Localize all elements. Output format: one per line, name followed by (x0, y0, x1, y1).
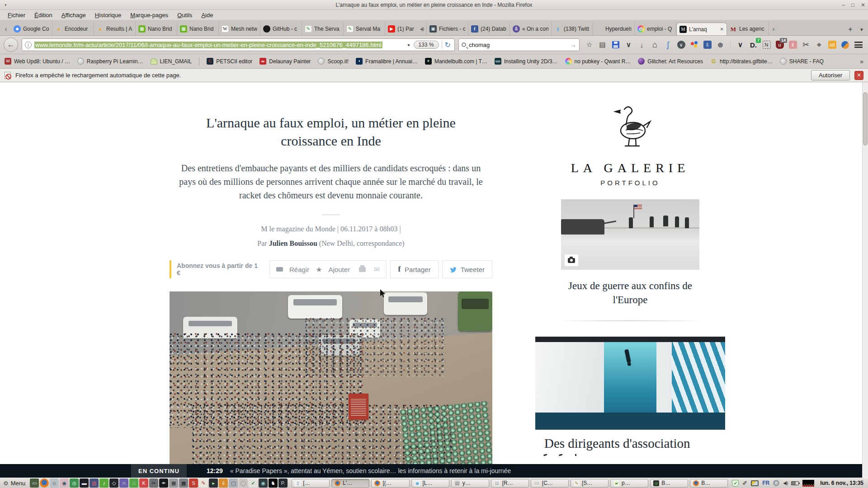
reading-list-icon[interactable]: ▤ (596, 39, 609, 51)
chat-bubble-icon[interactable]: ☻ (714, 39, 726, 51)
react-button[interactable]: Réagir (289, 266, 309, 273)
tab-emploiq[interactable]: Qemploi - Q (635, 23, 676, 35)
list-tabs-button[interactable]: ▾ (856, 23, 867, 35)
tab-nanobrid[interactable]: ▦Nano Brid (136, 23, 177, 35)
panel-chevron-icon[interactable]: ∨ (623, 39, 635, 51)
menu-aide[interactable]: Aide (197, 11, 217, 19)
gallery-photo-war-games[interactable] (561, 199, 699, 270)
voice-launcher[interactable]: ☺ (50, 479, 59, 488)
taskbar-window-button[interactable]: B… (690, 479, 728, 488)
downloads-icon[interactable]: ↓ (636, 39, 648, 51)
bookmark-raspberrypilea[interactable]: Raspberry Pi Learnin… (77, 58, 143, 65)
minimize-button[interactable]: – (842, 0, 845, 10)
tab-close-icon[interactable]: ✕ (720, 27, 724, 32)
save-page-icon[interactable] (609, 39, 622, 51)
clock[interactable]: lun. 6 nov., 13:35 (817, 480, 866, 486)
applications-menu-button[interactable]: ⚙ Menu (2, 480, 28, 487)
volume-icon[interactable]: ◀)) (783, 481, 788, 485)
bookmark-installingunit[interactable]: IGDInstalling Unity 2D/3… (495, 58, 558, 65)
palette-dots-icon[interactable] (688, 39, 700, 51)
bookmark-delaunaypainte[interactable]: MrDelaunay Painter (259, 58, 311, 65)
search-go-icon[interactable]: → (570, 41, 576, 48)
horse-launcher[interactable]: ♞ (269, 479, 278, 488)
bookmark-mandelbulbcomt[interactable]: ✶Mandelbulb.com | T… (425, 58, 487, 65)
darkeye-launcher[interactable]: ◉ (259, 479, 268, 488)
bookmark-httpbitratesgi[interactable]: Ghttp://bitrates.gifbite… (710, 58, 773, 65)
bookmark-scoopit[interactable]: Scoop.it! (318, 58, 349, 65)
bluetooth-icon[interactable]: B (773, 480, 779, 486)
headphones-launcher[interactable]: ∩ (119, 479, 128, 488)
bookmark-liengmail[interactable]: LIEN_GMAIL (151, 58, 192, 65)
overflow-chevron-icon[interactable]: ∨ (734, 39, 746, 51)
p-launcher[interactable]: P. (278, 479, 288, 488)
site-info-icon[interactable]: i (25, 42, 32, 48)
bookmarks-overflow-icon[interactable]: » (860, 58, 863, 65)
sphere-launcher[interactable]: ◯ (239, 479, 248, 488)
video-download-helper-icon[interactable]: ⇩ (701, 39, 713, 51)
tab-lesagenc[interactable]: MLes agenc (727, 23, 769, 35)
bookmark-star-icon[interactable]: ☆ (583, 39, 595, 51)
scroll-tabs-left-button[interactable]: ‹ (1, 23, 11, 35)
tab-24datab[interactable]: f(24) Datab (468, 23, 510, 35)
screen-launcher[interactable]: ▢ (229, 479, 238, 488)
unity-launcher[interactable]: ◇ (109, 479, 118, 488)
subscribe-button[interactable]: Abonnez vous à partir de 1 € (170, 260, 262, 278)
taskbar-window-button[interactable]: ▣B… (650, 479, 688, 488)
keypad-launcher[interactable]: ▦ (169, 479, 178, 488)
filmstrip-launcher[interactable]: ▥ (90, 479, 99, 488)
bookmark-framalibreannu[interactable]: ◖Framalibre | Annuai… (356, 58, 418, 65)
back-button[interactable]: ← (4, 38, 18, 52)
taskbar-window-button[interactable]: ▤y… (451, 479, 489, 488)
system-monitor-graph[interactable] (802, 480, 814, 487)
menu-outils[interactable]: Outils (173, 11, 196, 19)
menu-historique[interactable]: Historique (91, 11, 126, 19)
battery-icon[interactable] (791, 481, 799, 485)
menu-dition[interactable]: Édition (30, 11, 57, 19)
tab-larnaq[interactable]: ML'arnaq✕ (676, 23, 727, 35)
downthemall-icon[interactable]: D.7 (747, 39, 760, 51)
reload-button[interactable]: ↻ (445, 41, 453, 49)
tweet-button[interactable]: Tweeter (442, 260, 492, 278)
scissors-icon[interactable]: ✂ (800, 39, 812, 51)
keyboard-layout-indicator[interactable]: FR (762, 480, 769, 486)
proxy-seahorse-icon[interactable]: ʃ (662, 39, 674, 51)
taskbar-window-button[interactable]: ▰p… (610, 479, 648, 488)
ink-launcher[interactable]: ✒ (159, 479, 168, 488)
close-notification-icon[interactable]: ✕ (854, 71, 863, 80)
maximize-button[interactable]: □ (851, 0, 854, 10)
allow-button[interactable]: Autoriser (811, 70, 850, 80)
bookmark-webupd8ubuntu[interactable]: WWeb Upd8: Ubuntu / … (5, 58, 70, 65)
terminal2-launcher[interactable]: ▸ (209, 479, 218, 488)
ublock-shield-icon[interactable]: u14 (774, 39, 786, 51)
calculator-launcher[interactable]: ▦ (179, 479, 188, 488)
taskbar-window-button[interactable]: ▤[R… (491, 479, 529, 488)
scroll-tabs-right-button[interactable]: › (769, 23, 778, 35)
tab-hyperduels[interactable]: Hyperduels (593, 23, 635, 35)
sd-icon[interactable]: sd (826, 39, 838, 51)
gallery-caption[interactable]: Des dirigeants d'association (535, 435, 725, 453)
taskbar-window-button[interactable]: L'… (331, 479, 369, 488)
bookmark-sharefaq[interactable]: SHARE - FAQ (780, 58, 824, 65)
url-bar[interactable]: i www.lemonde.fr/m-actu/article/2017/11/… (22, 38, 455, 51)
swirl-icon[interactable] (839, 39, 851, 51)
mail-icon[interactable]: ✉ (374, 265, 380, 274)
print-icon[interactable] (359, 267, 366, 272)
flashgot-download-icon[interactable]: ⇓ (787, 39, 799, 51)
tab-1par[interactable]: ▶(1) Par◂)) (385, 23, 427, 35)
bookmark-nopubkeyqwantr[interactable]: Qno pubkey - Qwant R… (565, 58, 631, 65)
firefox-launcher[interactable] (40, 479, 49, 488)
package-launcher[interactable]: ⇩ (219, 479, 228, 488)
menu-hamburger-icon[interactable] (852, 39, 864, 51)
notes-plus-icon[interactable]: N (760, 39, 773, 51)
zoom-level-badge[interactable]: 133 % (414, 41, 439, 49)
share-facebook-button[interactable]: f Partager (390, 260, 438, 278)
home-icon[interactable]: ⌂ (649, 39, 661, 51)
new-tab-button[interactable]: + (844, 23, 856, 35)
bookmark-glitchetartres[interactable]: Glitchet: Art Resources (638, 58, 703, 65)
news-ticker[interactable]: EN CONTINU 12:29 « Paradise Papers », at… (0, 464, 862, 478)
music-launcher[interactable]: ♪ (99, 479, 108, 488)
tab-resultsa[interactable]: ▲Results | A (94, 23, 136, 35)
url-dropdown-icon[interactable]: ▾ (404, 42, 414, 47)
timecheck-launcher[interactable]: ✔ (249, 479, 258, 488)
page-scrollbar[interactable] (862, 82, 868, 478)
